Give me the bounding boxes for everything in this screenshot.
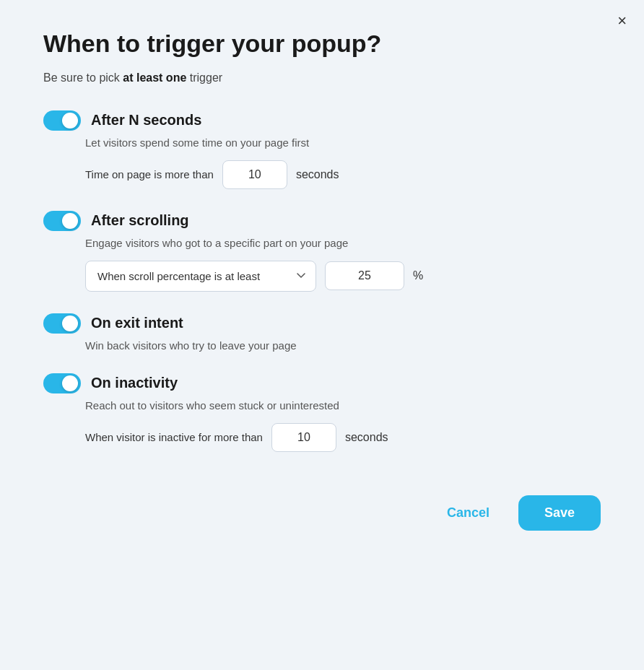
on-inactivity-input[interactable] xyxy=(271,423,336,452)
after-scrolling-toggle[interactable] xyxy=(43,211,81,231)
subtitle-text-1: Be sure to pick xyxy=(43,71,123,84)
after-n-seconds-desc: Let visitors spend some time on your pag… xyxy=(85,136,601,149)
after-n-seconds-label: Time on page is more than xyxy=(85,168,214,180)
footer: Cancel Save xyxy=(43,495,601,531)
after-scrolling-section: After scrolling Engage visitors who got … xyxy=(43,211,601,292)
on-exit-intent-toggle[interactable] xyxy=(43,313,81,334)
after-n-seconds-title: After N seconds xyxy=(91,112,201,129)
on-inactivity-title: On inactivity xyxy=(91,375,178,391)
after-n-seconds-input[interactable] xyxy=(222,160,287,189)
modal-container: × When to trigger your popup? Be sure to… xyxy=(0,0,644,670)
on-inactivity-desc: Reach out to visitors who seem stuck or … xyxy=(85,399,601,412)
on-inactivity-label: When visitor is inactive for more than xyxy=(85,431,263,443)
after-n-seconds-unit: seconds xyxy=(296,168,339,181)
on-exit-intent-section: On exit intent Win back visitors who try… xyxy=(43,313,601,352)
on-inactivity-slider xyxy=(43,373,81,393)
scroll-unit: % xyxy=(413,269,423,282)
on-inactivity-unit: seconds xyxy=(345,431,388,444)
after-n-seconds-header: After N seconds xyxy=(43,110,601,131)
on-exit-intent-title: On exit intent xyxy=(91,315,183,331)
on-exit-intent-slider xyxy=(43,313,81,334)
after-n-seconds-slider xyxy=(43,110,81,131)
on-inactivity-toggle[interactable] xyxy=(43,373,81,393)
subtitle: Be sure to pick at least one trigger xyxy=(43,71,601,84)
close-button[interactable]: × xyxy=(617,13,627,29)
after-n-seconds-toggle[interactable] xyxy=(43,110,81,131)
modal-title: When to trigger your popup? xyxy=(43,29,601,58)
after-n-seconds-section: After N seconds Let visitors spend some … xyxy=(43,110,601,189)
on-inactivity-input-row: When visitor is inactive for more than s… xyxy=(85,423,601,452)
save-button[interactable]: Save xyxy=(518,495,601,531)
after-scrolling-header: After scrolling xyxy=(43,211,601,231)
on-exit-intent-header: On exit intent xyxy=(43,313,601,334)
subtitle-text-2: trigger xyxy=(186,71,222,84)
on-inactivity-header: On inactivity xyxy=(43,373,601,393)
after-scrolling-desc: Engage visitors who got to a specific pa… xyxy=(85,237,601,249)
subtitle-bold: at least one xyxy=(123,71,186,84)
scroll-percentage-select[interactable]: When scroll percentage is at least When … xyxy=(85,261,316,292)
cancel-button[interactable]: Cancel xyxy=(432,497,504,529)
after-n-seconds-input-row: Time on page is more than seconds xyxy=(85,160,601,189)
after-scrolling-input-row: When scroll percentage is at least When … xyxy=(85,261,601,292)
on-exit-intent-desc: Win back visitors who try to leave your … xyxy=(85,339,601,352)
scroll-percent-input[interactable] xyxy=(325,261,404,290)
on-inactivity-section: On inactivity Reach out to visitors who … xyxy=(43,373,601,452)
after-scrolling-title: After scrolling xyxy=(91,212,189,229)
after-scrolling-slider xyxy=(43,211,81,231)
